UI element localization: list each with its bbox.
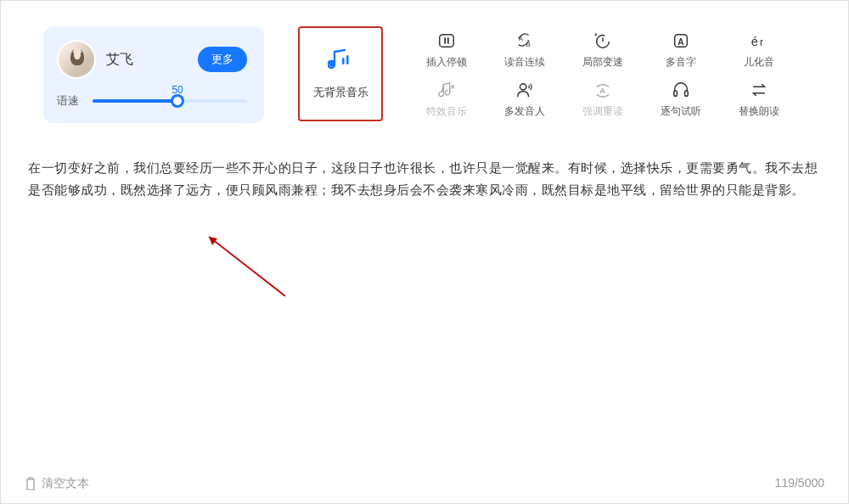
tool-local-speed[interactable]: 局部变速 (565, 26, 641, 74)
voice-panel: 艾飞 更多 语速 50 (43, 26, 264, 123)
annotation-arrow (196, 228, 298, 305)
speed-clock-icon (593, 31, 613, 50)
tool-sentence-preview[interactable]: 逐句试听 (643, 76, 719, 123)
svg-text:A: A (678, 36, 684, 46)
tool-erhua[interactable]: é r 儿化音 (721, 26, 797, 74)
svg-rect-2 (346, 55, 349, 64)
svg-text:r: r (760, 36, 763, 48)
tool-polyphone[interactable]: A 多音字 (643, 26, 719, 74)
tool-insert-pause[interactable]: 插入停顿 (408, 26, 485, 74)
svg-rect-3 (440, 34, 454, 47)
tool-emphasize: A 强调重读 (565, 76, 641, 123)
tool-multi-speaker[interactable]: 多发音人 (486, 76, 563, 123)
voice-name: 艾飞 (106, 51, 188, 69)
erhua-icon: é r (749, 31, 769, 50)
tool-sfx-music: 特效音乐 (408, 76, 485, 123)
toolbar: 插入停顿 A B 读音连续 局部变速 A 多音 (408, 26, 797, 123)
headphones-icon (671, 81, 691, 99)
svg-point-14 (520, 83, 526, 89)
svg-rect-5 (447, 37, 449, 43)
replace-icon (749, 81, 769, 99)
svg-rect-1 (342, 58, 345, 64)
speed-label: 语速 (57, 93, 82, 109)
text-content[interactable]: 在一切变好之前，我们总要经历一些不开心的日子，这段日子也许很长，也许只是一觉醒来… (1, 140, 848, 200)
pause-insert-icon (436, 31, 457, 50)
background-music-button[interactable]: 无背景音乐 (298, 26, 383, 121)
clear-text-button[interactable]: 清空文本 (25, 476, 89, 491)
polyphone-icon: A (671, 31, 691, 50)
svg-line-18 (209, 237, 285, 296)
speed-slider[interactable]: 50 (93, 92, 247, 109)
svg-rect-4 (444, 37, 446, 43)
svg-text:A: A (599, 86, 605, 94)
more-button[interactable]: 更多 (198, 47, 247, 72)
trash-icon (25, 477, 37, 490)
emphasize-icon: A (593, 81, 613, 99)
music-note-icon (328, 48, 353, 73)
svg-marker-19 (209, 237, 217, 245)
clear-text-label: 清空文本 (42, 476, 89, 491)
speaker-person-icon (514, 81, 535, 99)
bgm-label: 无背景音乐 (313, 85, 368, 100)
sfx-music-icon (436, 81, 457, 99)
svg-text:é: é (751, 34, 758, 48)
voice-avatar[interactable] (57, 40, 96, 79)
svg-rect-16 (674, 90, 678, 95)
tool-replace-read[interactable]: 替换朗读 (721, 76, 797, 123)
continuous-icon: A B (514, 31, 535, 50)
tool-read-continuous[interactable]: A B 读音连续 (486, 26, 563, 74)
svg-rect-17 (685, 90, 689, 95)
svg-point-0 (329, 60, 335, 66)
char-count: 119/5000 (775, 476, 824, 491)
speed-value: 50 (171, 84, 183, 96)
